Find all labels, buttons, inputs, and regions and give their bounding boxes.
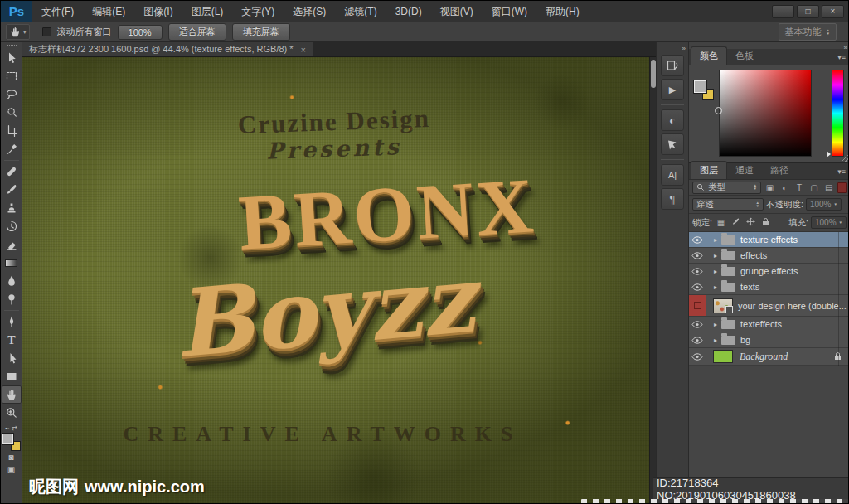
quick-selection-tool[interactable]	[2, 104, 22, 122]
panel-menu-icon[interactable]: ▾≡	[837, 53, 846, 61]
visibility-toggle[interactable]	[689, 248, 706, 263]
lock-position-icon[interactable]	[745, 217, 757, 228]
foreground-color-swatch[interactable]	[694, 80, 706, 93]
filter-pixel-icon[interactable]: ▣	[764, 183, 776, 192]
menu-image[interactable]: 图像(I)	[134, 1, 182, 22]
type-tool[interactable]: T	[2, 331, 22, 349]
menu-window[interactable]: 窗口(W)	[483, 1, 536, 22]
tab-channels[interactable]: 通道	[727, 162, 762, 179]
visibility-toggle[interactable]	[689, 332, 706, 347]
fit-screen-button[interactable]: 适合屏幕	[168, 23, 226, 41]
layer-row-texts[interactable]: ▸ texts	[689, 279, 849, 295]
color-cursor[interactable]	[715, 107, 722, 114]
default-colors-icon[interactable]: ▪▫	[5, 425, 9, 431]
marquee-tool[interactable]	[2, 67, 22, 85]
saturation-brightness-field[interactable]	[719, 70, 812, 157]
expand-icon[interactable]: ▸	[710, 268, 721, 275]
layer-row-texture-effects[interactable]: ▸ texture effects	[689, 232, 849, 248]
expand-dock-icon[interactable]: »	[682, 45, 685, 52]
history-brush-tool[interactable]	[2, 217, 22, 235]
panel-menu-icon[interactable]: ▾≡	[837, 167, 846, 176]
foreground-color-swatch[interactable]	[2, 434, 13, 444]
tab-paths[interactable]: 路径	[762, 162, 797, 179]
menu-edit[interactable]: 编辑(E)	[83, 1, 134, 22]
visibility-toggle[interactable]	[689, 317, 706, 332]
panel-resize-grip[interactable]	[842, 154, 849, 162]
current-tool-preset[interactable]: ▾	[6, 24, 30, 40]
toolbox-grip[interactable]	[7, 45, 17, 46]
filter-adjustment-icon[interactable]: ◐	[779, 183, 791, 192]
expand-icon[interactable]: ▸	[710, 284, 721, 291]
healing-brush-tool[interactable]	[2, 162, 22, 181]
lock-transparency-icon[interactable]: ▦	[715, 218, 727, 227]
brush-tool[interactable]	[2, 181, 22, 199]
adjustments-panel-button[interactable]: ◐	[661, 109, 684, 131]
layer-row-texteffects[interactable]: ▸ texteffects	[689, 317, 849, 332]
dodge-tool[interactable]	[2, 290, 22, 308]
canvas[interactable]: Cruzine Design Presents BRONX Boyzz CREA…	[22, 57, 649, 503]
actions-panel-button[interactable]: ▶	[661, 79, 684, 100]
close-button[interactable]: ×	[822, 5, 844, 18]
workspace-switcher[interactable]: 基本功能 ▲▼	[779, 23, 837, 41]
lock-all-icon[interactable]	[759, 217, 772, 228]
visibility-toggle[interactable]	[689, 232, 706, 247]
menu-layer[interactable]: 图层(L)	[182, 1, 233, 22]
lasso-tool[interactable]	[2, 85, 22, 104]
styles-panel-button[interactable]	[661, 133, 684, 155]
gradient-tool[interactable]	[2, 254, 22, 272]
scroll-all-windows-checkbox[interactable]	[42, 27, 51, 36]
filter-smart-object-icon[interactable]: ▤	[822, 183, 835, 192]
canvas-vertical-scrollbar[interactable]	[649, 57, 656, 503]
menu-view[interactable]: 视图(V)	[431, 1, 483, 22]
minimize-button[interactable]: –	[772, 5, 794, 18]
paragraph-panel-button[interactable]: ¶	[661, 188, 684, 210]
expand-icon[interactable]: ▸	[710, 337, 721, 344]
layer-row-bg[interactable]: ▸ bg	[689, 332, 849, 348]
clone-stamp-tool[interactable]	[2, 199, 22, 217]
tab-color[interactable]: 颜色	[691, 46, 727, 65]
crop-tool[interactable]	[2, 122, 22, 140]
fill-screen-button[interactable]: 填充屏幕	[232, 23, 290, 41]
visibility-toggle[interactable]	[689, 264, 706, 279]
menu-select[interactable]: 选择(S)	[284, 1, 335, 22]
filter-shape-icon[interactable]: ▢	[808, 183, 821, 192]
opacity-field[interactable]: 100% ▼	[806, 198, 842, 211]
eraser-tool[interactable]	[2, 235, 22, 254]
visibility-toggle[interactable]	[689, 348, 706, 365]
hue-slider-arrow[interactable]	[827, 151, 831, 158]
rectangle-tool[interactable]	[2, 367, 22, 385]
zoom-100-button[interactable]: 100%	[118, 25, 163, 40]
layer-row-effects[interactable]: ▸ effects	[689, 248, 849, 264]
filter-type-dropdown[interactable]: 类型 ▲▼	[692, 182, 761, 194]
hue-slider[interactable]	[832, 70, 844, 157]
visibility-toggle[interactable]	[689, 279, 706, 294]
fill-field[interactable]: 100% ▼	[811, 216, 847, 229]
blend-mode-dropdown[interactable]: 穿透 ▲▼	[692, 198, 764, 211]
screen-mode-icon[interactable]: ▣	[7, 463, 15, 476]
eyedropper-tool[interactable]	[2, 140, 22, 158]
menu-3d[interactable]: 3D(D)	[386, 1, 431, 22]
lock-pixels-icon[interactable]	[730, 217, 742, 228]
path-selection-tool[interactable]	[2, 349, 22, 367]
tab-close-icon[interactable]: ×	[301, 45, 306, 55]
history-panel-button[interactable]	[661, 55, 684, 76]
menu-filter[interactable]: 滤镜(T)	[335, 1, 386, 22]
quick-mask-icon[interactable]: ◙	[8, 451, 13, 463]
move-tool[interactable]	[2, 49, 22, 67]
expand-icon[interactable]: ▸	[710, 236, 721, 244]
tab-layers[interactable]: 图层	[691, 161, 727, 179]
hand-tool[interactable]	[2, 385, 22, 404]
expand-icon[interactable]: ▸	[710, 252, 721, 259]
menu-type[interactable]: 文字(Y)	[232, 1, 284, 22]
smart-object-thumbnail[interactable]	[713, 298, 733, 313]
document-tab[interactable]: 标志样机4372 2300 1600.psd @ 44.4% (texture …	[22, 42, 313, 56]
filter-type-text-icon[interactable]: T	[793, 183, 806, 192]
expand-icon[interactable]: ▸	[710, 321, 721, 328]
layer-thumbnail[interactable]	[713, 350, 733, 363]
pen-tool[interactable]	[2, 313, 22, 331]
tab-swatches[interactable]: 色板	[727, 47, 762, 65]
swap-colors-icon[interactable]: ⇄	[12, 424, 17, 432]
maximize-button[interactable]: □	[797, 5, 819, 18]
menu-file[interactable]: 文件(F)	[32, 1, 83, 22]
layer-row-your-design[interactable]: your design here (double...	[689, 295, 849, 317]
